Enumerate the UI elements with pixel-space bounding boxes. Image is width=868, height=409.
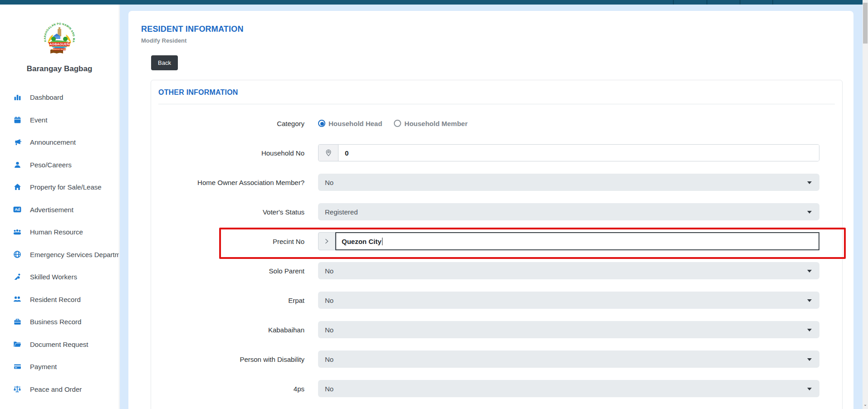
sidebar-item-event[interactable]: Event bbox=[0, 109, 119, 131]
scales-icon bbox=[13, 385, 22, 394]
radio-household-member[interactable]: Household Member bbox=[394, 120, 467, 127]
credit-card-icon bbox=[13, 362, 22, 371]
erpat-select-value: No bbox=[325, 297, 333, 304]
topbar-divider bbox=[673, 0, 674, 5]
field-label: Home Owner Association Member? bbox=[158, 179, 318, 186]
location-pin-icon bbox=[319, 145, 338, 161]
voter-status-select[interactable]: Registered bbox=[318, 203, 819, 220]
sidebar-item-label: Advertisement bbox=[30, 206, 74, 214]
household-no-input-group bbox=[318, 144, 819, 161]
card-title: OTHER INFORMATION bbox=[158, 88, 835, 97]
chevron-down-icon bbox=[807, 211, 812, 214]
form-row-solo-parent: Solo Parent No bbox=[158, 262, 835, 280]
sidebar-item-label: Dashboard bbox=[30, 93, 63, 101]
chevron-right-icon bbox=[318, 232, 335, 250]
vertical-scrollbar: ⌄ bbox=[863, 0, 868, 409]
radio-label: Household Member bbox=[404, 120, 467, 127]
chevron-down-icon bbox=[807, 270, 812, 273]
field-label: 4ps bbox=[158, 385, 318, 393]
fourps-select-value: No bbox=[325, 385, 333, 393]
people-group-icon bbox=[13, 228, 22, 237]
sidebar-item-dashboard[interactable]: Dashboard bbox=[0, 86, 119, 109]
topbar-divider bbox=[706, 0, 707, 5]
field-label: Person with Disability bbox=[158, 355, 318, 363]
other-information-card: OTHER INFORMATION Category Household Hea… bbox=[151, 80, 843, 409]
radio-label: Household Head bbox=[329, 120, 382, 127]
sidebar-item-label: Peace and Order bbox=[30, 385, 82, 393]
field-label: Precint No bbox=[158, 238, 318, 245]
sidebar-item-skilled-workers[interactable]: Skilled Workers bbox=[0, 266, 119, 288]
sidebar-item-business-record[interactable]: Business Record bbox=[0, 311, 119, 333]
sidebar-item-payment[interactable]: Payment bbox=[0, 355, 119, 378]
worker-icon bbox=[13, 273, 22, 282]
radio-unselected-icon[interactable] bbox=[394, 120, 401, 127]
sidebar-item-label: Document Request bbox=[30, 341, 88, 348]
sidebar-item-human-resource[interactable]: Human Resource bbox=[0, 221, 119, 243]
erpat-select[interactable]: No bbox=[318, 292, 819, 309]
sidebar-item-announcement[interactable]: Announcement bbox=[0, 131, 119, 154]
sidebar-item-label: Event bbox=[30, 116, 47, 124]
precint-no-value: Quezon City bbox=[342, 238, 382, 245]
logo-banner-text: BAGBAGUEÑO bbox=[47, 42, 72, 46]
solo-parent-select-value: No bbox=[325, 267, 333, 275]
field-label: Household No bbox=[158, 149, 318, 157]
sidebar-item-label: Announcement bbox=[30, 138, 76, 146]
radio-household-head[interactable]: Household Head bbox=[318, 120, 382, 127]
precint-no-input-group: Quezon City bbox=[318, 232, 819, 250]
household-no-input[interactable] bbox=[338, 145, 819, 161]
field-label: Solo Parent bbox=[158, 267, 318, 275]
pwd-select-value: No bbox=[325, 355, 333, 363]
content-area: RESIDENT INFORMATION Modify Resident Bac… bbox=[120, 5, 863, 409]
solo-parent-select[interactable]: No bbox=[318, 262, 819, 279]
hoa-select-value: No bbox=[325, 179, 333, 186]
pwd-select[interactable]: No bbox=[318, 351, 819, 368]
field-label: Category bbox=[158, 120, 318, 127]
kababaihan-select[interactable]: No bbox=[318, 321, 819, 338]
top-navbar bbox=[0, 0, 863, 5]
brand-name: Barangay Bagbag bbox=[0, 64, 119, 73]
sidebar-item-document-request[interactable]: Document Request bbox=[0, 333, 119, 356]
home-icon bbox=[13, 183, 22, 192]
chevron-down-icon bbox=[807, 358, 812, 361]
field-label: Kababaihan bbox=[158, 326, 318, 334]
chevron-down-icon bbox=[807, 329, 812, 331]
sidebar-item-peso-careers[interactable]: Peso/Careers bbox=[0, 154, 119, 176]
page-subtitle: Modify Resident bbox=[141, 37, 853, 44]
sidebar-item-emergency-services[interactable]: Emergency Services Department bbox=[0, 243, 119, 266]
kababaihan-select-value: No bbox=[325, 326, 333, 334]
form-row-pwd: Person with Disability No bbox=[158, 350, 835, 368]
sidebar-item-resident-record[interactable]: Resident Record bbox=[0, 288, 119, 311]
text-cursor bbox=[382, 238, 383, 245]
card-divider bbox=[158, 104, 835, 104]
form-row-kababaihan: Kababaihan No bbox=[158, 321, 835, 339]
radio-selected-icon[interactable] bbox=[318, 120, 325, 127]
form-row-household-no: Household No bbox=[158, 144, 835, 162]
hoa-select[interactable]: No bbox=[318, 174, 819, 191]
back-button[interactable]: Back bbox=[151, 55, 178, 70]
sidebar-item-advertisement[interactable]: Ad Advertisement bbox=[0, 199, 119, 221]
form-row-hoa: Home Owner Association Member? No bbox=[158, 173, 835, 191]
chevron-down-icon bbox=[807, 299, 812, 302]
scrollbar-down-arrow[interactable]: ⌄ bbox=[863, 402, 868, 408]
bar-chart-icon bbox=[13, 93, 22, 102]
form-row-erpat: Erpat No bbox=[158, 291, 835, 309]
topbar-divider bbox=[740, 0, 740, 5]
chevron-down-icon bbox=[807, 181, 812, 184]
field-label: Voter's Status bbox=[158, 208, 318, 216]
ad-badge-icon: Ad bbox=[13, 205, 22, 214]
fourps-select[interactable]: No bbox=[318, 380, 819, 397]
form-row-category: Category Household Head Household Member bbox=[158, 114, 835, 132]
sidebar-item-label: Business Record bbox=[30, 318, 81, 326]
sidebar: KARANGALAN PO NAMIN ANG MAGLINGKOD SA IN… bbox=[0, 5, 119, 409]
sidebar-item-property[interactable]: Property for Sale/Lease bbox=[0, 176, 119, 199]
user-icon bbox=[13, 160, 22, 169]
megaphone-icon bbox=[13, 138, 22, 147]
sidebar-item-label: Resident Record bbox=[30, 296, 81, 303]
form-row-precint-no: Precint No Quezon City bbox=[158, 232, 835, 250]
scrollbar-thumb[interactable] bbox=[863, 3, 868, 44]
precint-no-input[interactable]: Quezon City bbox=[335, 232, 819, 250]
field-label: Erpat bbox=[158, 297, 318, 304]
sidebar-item-peace-and-order[interactable]: Peace and Order bbox=[0, 378, 119, 401]
svg-text:Ad: Ad bbox=[15, 208, 20, 212]
barangay-seal-logo: KARANGALAN PO NAMIN ANG MAGLINGKOD SA IN… bbox=[41, 22, 78, 58]
